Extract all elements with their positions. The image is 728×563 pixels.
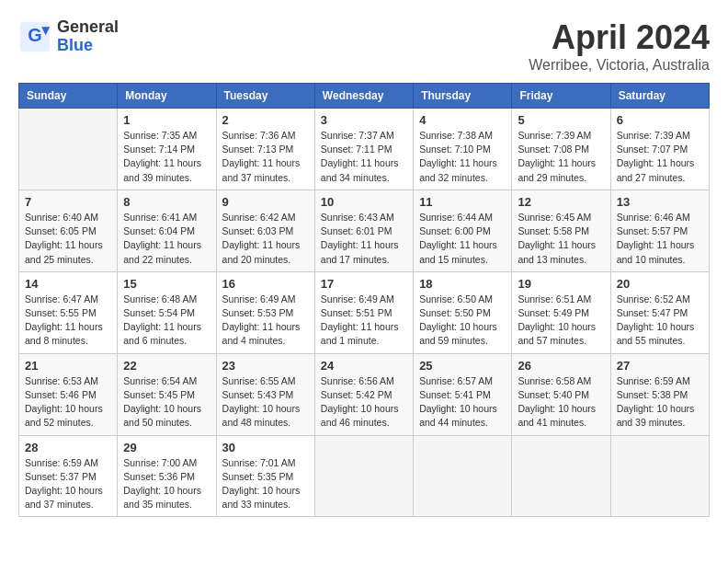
day-info: Sunrise: 6:50 AM Sunset: 5:50 PM Dayligh… xyxy=(419,293,506,349)
day-number: 17 xyxy=(321,277,407,291)
day-number: 20 xyxy=(617,277,703,291)
calendar-cell: 25Sunrise: 6:57 AM Sunset: 5:41 PM Dayli… xyxy=(414,353,512,435)
calendar-week-row: 14Sunrise: 6:47 AM Sunset: 5:55 PM Dayli… xyxy=(19,271,710,353)
day-info: Sunrise: 6:43 AM Sunset: 6:01 PM Dayligh… xyxy=(321,211,407,267)
day-number: 25 xyxy=(419,359,506,373)
calendar-header: SundayMondayTuesdayWednesdayThursdayFrid… xyxy=(19,84,710,109)
calendar-cell: 21Sunrise: 6:53 AM Sunset: 5:46 PM Dayli… xyxy=(19,353,118,435)
svg-text:G: G xyxy=(28,25,41,45)
calendar-week-row: 28Sunrise: 6:59 AM Sunset: 5:37 PM Dayli… xyxy=(19,435,710,517)
weekday-header-sunday: Sunday xyxy=(19,84,118,109)
day-number: 19 xyxy=(518,277,604,291)
calendar-week-row: 7Sunrise: 6:40 AM Sunset: 6:05 PM Daylig… xyxy=(19,190,710,271)
day-number: 5 xyxy=(518,113,604,127)
day-info: Sunrise: 6:59 AM Sunset: 5:37 PM Dayligh… xyxy=(25,456,111,512)
calendar-cell xyxy=(610,435,709,517)
day-info: Sunrise: 6:51 AM Sunset: 5:49 PM Dayligh… xyxy=(518,293,604,349)
day-info: Sunrise: 6:56 AM Sunset: 5:42 PM Dayligh… xyxy=(321,374,407,431)
weekday-header-tuesday: Tuesday xyxy=(216,84,314,109)
calendar-cell: 19Sunrise: 6:51 AM Sunset: 5:49 PM Dayli… xyxy=(512,271,610,353)
day-number: 13 xyxy=(617,195,703,209)
weekday-header-friday: Friday xyxy=(512,84,610,109)
calendar-cell: 13Sunrise: 6:46 AM Sunset: 5:57 PM Dayli… xyxy=(610,190,709,271)
calendar-table: SundayMondayTuesdayWednesdayThursdayFrid… xyxy=(18,83,710,517)
day-number: 12 xyxy=(518,195,604,209)
day-number: 30 xyxy=(222,441,309,454)
calendar-cell: 9Sunrise: 6:42 AM Sunset: 6:03 PM Daylig… xyxy=(216,190,314,271)
day-info: Sunrise: 6:58 AM Sunset: 5:40 PM Dayligh… xyxy=(518,374,604,431)
day-info: Sunrise: 7:37 AM Sunset: 7:11 PM Dayligh… xyxy=(321,129,407,185)
logo-icon: G xyxy=(18,20,51,53)
day-info: Sunrise: 7:01 AM Sunset: 5:35 PM Dayligh… xyxy=(222,456,309,512)
calendar-cell: 30Sunrise: 7:01 AM Sunset: 5:35 PM Dayli… xyxy=(216,435,314,517)
calendar-cell: 10Sunrise: 6:43 AM Sunset: 6:01 PM Dayli… xyxy=(314,190,413,271)
day-info: Sunrise: 6:55 AM Sunset: 5:43 PM Dayligh… xyxy=(222,374,309,431)
calendar-cell: 5Sunrise: 7:39 AM Sunset: 7:08 PM Daylig… xyxy=(512,109,610,190)
location-subtitle: Werribee, Victoria, Australia xyxy=(529,57,710,74)
day-number: 6 xyxy=(617,113,703,127)
logo-text: General Blue xyxy=(57,18,119,55)
calendar-cell: 23Sunrise: 6:55 AM Sunset: 5:43 PM Dayli… xyxy=(216,353,314,435)
calendar-cell: 18Sunrise: 6:50 AM Sunset: 5:50 PM Dayli… xyxy=(414,271,512,353)
calendar-cell: 12Sunrise: 6:45 AM Sunset: 5:58 PM Dayli… xyxy=(512,190,610,271)
day-number: 14 xyxy=(25,277,111,291)
day-info: Sunrise: 6:57 AM Sunset: 5:41 PM Dayligh… xyxy=(419,374,506,431)
day-info: Sunrise: 6:52 AM Sunset: 5:47 PM Dayligh… xyxy=(617,293,703,349)
day-info: Sunrise: 7:38 AM Sunset: 7:10 PM Dayligh… xyxy=(419,129,506,185)
day-info: Sunrise: 6:49 AM Sunset: 5:53 PM Dayligh… xyxy=(222,293,309,349)
day-number: 24 xyxy=(321,359,407,373)
calendar-cell: 8Sunrise: 6:41 AM Sunset: 6:04 PM Daylig… xyxy=(118,190,216,271)
weekday-header-thursday: Thursday xyxy=(414,84,512,109)
day-number: 23 xyxy=(222,359,309,373)
calendar-cell: 3Sunrise: 7:37 AM Sunset: 7:11 PM Daylig… xyxy=(314,109,413,190)
weekday-header-row: SundayMondayTuesdayWednesdayThursdayFrid… xyxy=(19,84,710,109)
day-info: Sunrise: 6:41 AM Sunset: 6:04 PM Dayligh… xyxy=(123,211,210,267)
day-number: 29 xyxy=(123,441,210,454)
calendar-cell: 14Sunrise: 6:47 AM Sunset: 5:55 PM Dayli… xyxy=(19,271,118,353)
calendar-cell: 29Sunrise: 7:00 AM Sunset: 5:36 PM Dayli… xyxy=(118,435,216,517)
calendar-cell: 27Sunrise: 6:59 AM Sunset: 5:38 PM Dayli… xyxy=(610,353,709,435)
day-info: Sunrise: 6:44 AM Sunset: 6:00 PM Dayligh… xyxy=(419,211,506,267)
calendar-cell xyxy=(19,109,118,190)
day-number: 7 xyxy=(25,195,111,209)
day-number: 3 xyxy=(321,113,407,127)
header: G General Blue April 2024 Werribee, Vict… xyxy=(18,18,710,74)
weekday-header-saturday: Saturday xyxy=(610,84,709,109)
day-number: 21 xyxy=(25,359,111,373)
day-number: 16 xyxy=(222,277,309,291)
logo: G General Blue xyxy=(18,18,119,55)
calendar-cell: 20Sunrise: 6:52 AM Sunset: 5:47 PM Dayli… xyxy=(610,271,709,353)
day-info: Sunrise: 6:45 AM Sunset: 5:58 PM Dayligh… xyxy=(518,211,604,267)
day-info: Sunrise: 6:48 AM Sunset: 5:54 PM Dayligh… xyxy=(123,293,210,349)
calendar-cell: 17Sunrise: 6:49 AM Sunset: 5:51 PM Dayli… xyxy=(314,271,413,353)
calendar-week-row: 1Sunrise: 7:35 AM Sunset: 7:14 PM Daylig… xyxy=(19,109,710,190)
calendar-body: 1Sunrise: 7:35 AM Sunset: 7:14 PM Daylig… xyxy=(19,109,710,517)
calendar-cell: 26Sunrise: 6:58 AM Sunset: 5:40 PM Dayli… xyxy=(512,353,610,435)
day-info: Sunrise: 6:47 AM Sunset: 5:55 PM Dayligh… xyxy=(25,293,111,349)
title-area: April 2024 Werribee, Victoria, Australia xyxy=(529,18,710,74)
weekday-header-wednesday: Wednesday xyxy=(314,84,413,109)
calendar-cell xyxy=(314,435,413,517)
calendar-cell: 2Sunrise: 7:36 AM Sunset: 7:13 PM Daylig… xyxy=(216,109,314,190)
day-number: 11 xyxy=(419,195,506,209)
day-info: Sunrise: 7:39 AM Sunset: 7:07 PM Dayligh… xyxy=(617,129,703,185)
day-number: 18 xyxy=(419,277,506,291)
calendar-cell: 15Sunrise: 6:48 AM Sunset: 5:54 PM Dayli… xyxy=(118,271,216,353)
day-number: 22 xyxy=(123,359,210,373)
month-title: April 2024 xyxy=(529,18,710,57)
day-number: 15 xyxy=(123,277,210,291)
day-number: 26 xyxy=(518,359,604,373)
calendar-cell xyxy=(512,435,610,517)
day-info: Sunrise: 6:46 AM Sunset: 5:57 PM Dayligh… xyxy=(617,211,703,267)
calendar-cell: 4Sunrise: 7:38 AM Sunset: 7:10 PM Daylig… xyxy=(414,109,512,190)
calendar-cell: 16Sunrise: 6:49 AM Sunset: 5:53 PM Dayli… xyxy=(216,271,314,353)
day-number: 1 xyxy=(123,113,210,127)
calendar-cell: 1Sunrise: 7:35 AM Sunset: 7:14 PM Daylig… xyxy=(118,109,216,190)
calendar-cell: 7Sunrise: 6:40 AM Sunset: 6:05 PM Daylig… xyxy=(19,190,118,271)
day-info: Sunrise: 7:00 AM Sunset: 5:36 PM Dayligh… xyxy=(123,456,210,512)
calendar-cell: 28Sunrise: 6:59 AM Sunset: 5:37 PM Dayli… xyxy=(19,435,118,517)
day-number: 2 xyxy=(222,113,309,127)
day-number: 28 xyxy=(25,441,111,454)
day-number: 9 xyxy=(222,195,309,209)
calendar-cell: 22Sunrise: 6:54 AM Sunset: 5:45 PM Dayli… xyxy=(118,353,216,435)
